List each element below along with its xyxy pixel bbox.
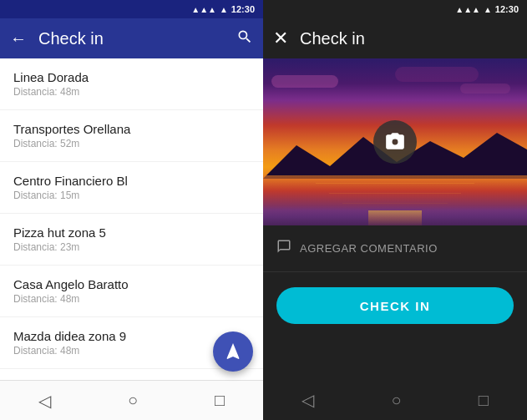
list-item[interactable]: Casa Angelo Baratto Distancia: 48m [0, 266, 263, 317]
right-panel: ▲▲▲ ▲ 12:30 ✕ Check in [263, 0, 527, 420]
left-title: Check in [38, 29, 225, 48]
navigate-fab[interactable] [213, 331, 253, 372]
item-distance: Distancia: 23m [13, 241, 250, 253]
item-name: Linea Dorada [13, 70, 250, 84]
back-button[interactable]: ← [10, 29, 27, 48]
item-name: Casa Angelo Baratto [13, 277, 250, 291]
left-status-bar: ▲▲▲ ▲ 12:30 [0, 0, 263, 18]
item-name: Mazda didea zona 9 [13, 329, 250, 343]
right-time: 12:30 [495, 4, 519, 14]
item-name: Transportes Orellana [13, 122, 250, 136]
left-time: 12:30 [231, 4, 255, 14]
right-signal-icon: ▲▲▲ [455, 5, 480, 14]
right-top-bar: ✕ Check in [263, 18, 527, 58]
right-status-bar: ▲▲▲ ▲ 12:30 [263, 0, 527, 18]
item-name: Centro Financiero Bl [13, 174, 250, 188]
signal-icon: ▲▲▲ [191, 5, 216, 14]
right-wifi-icon: ▲ [484, 5, 492, 14]
add-comment-label[interactable]: AGREGAR COMENTARIO [300, 242, 438, 255]
camera-button[interactable] [373, 120, 417, 164]
item-distance: Distancia: 48m [13, 86, 250, 98]
left-top-bar: ← Check in [0, 18, 263, 58]
right-recent-nav-button[interactable]: □ [479, 391, 489, 410]
comment-area[interactable]: AGREGAR COMENTARIO [263, 225, 527, 272]
right-home-nav-button[interactable]: ○ [391, 391, 401, 410]
water-reflection [263, 175, 527, 225]
list-item[interactable]: zaragoza 2 Distancia: 48m [0, 369, 263, 380]
left-panel: ▲▲▲ ▲ 12:30 ← Check in Linea Dorada Dist… [0, 0, 263, 420]
wifi-icon: ▲ [220, 5, 228, 14]
close-button[interactable]: ✕ [273, 28, 288, 49]
photo-area [263, 58, 527, 225]
checkin-button[interactable]: CHECK IN [276, 287, 514, 324]
right-back-nav-button[interactable]: ◁ [302, 390, 314, 410]
right-nav-bar: ◁ ○ □ [263, 380, 527, 420]
item-distance: Distancia: 52m [13, 138, 250, 149]
item-distance: Distancia: 15m [13, 190, 250, 201]
left-nav-bar: ◁ ○ □ [0, 380, 263, 420]
back-nav-button[interactable]: ◁ [38, 391, 51, 411]
item-distance: Distancia: 48m [13, 293, 250, 305]
location-list: Linea Dorada Distancia: 48m Transportes … [0, 58, 263, 380]
list-item[interactable]: Pizza hut zona 5 Distancia: 23m [0, 214, 263, 266]
recent-nav-button[interactable]: □ [215, 391, 225, 410]
search-button[interactable] [236, 28, 253, 49]
comment-icon [276, 239, 291, 258]
list-item[interactable]: Linea Dorada Distancia: 48m [0, 58, 263, 110]
list-item[interactable]: Centro Financiero Bl Distancia: 15m [0, 162, 263, 214]
right-title: Check in [300, 29, 517, 48]
list-item[interactable]: Transportes Orellana Distancia: 52m [0, 110, 263, 162]
home-nav-button[interactable]: ○ [128, 391, 138, 410]
item-name: Pizza hut zona 5 [13, 225, 250, 240]
